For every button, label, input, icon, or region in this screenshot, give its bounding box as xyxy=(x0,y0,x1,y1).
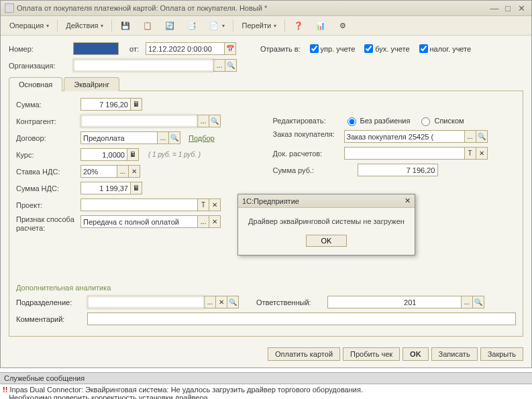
sum-field[interactable]: 7 196,20 xyxy=(81,98,131,111)
contract-label: Договор: xyxy=(16,134,76,142)
podbor-link[interactable]: Подбор xyxy=(189,134,215,142)
vat-sum-calc-button[interactable]: 🖩 xyxy=(130,182,142,194)
vat-rate-clear-button[interactable]: ✕ xyxy=(128,165,140,178)
dept-search-button[interactable]: 🔍 xyxy=(227,296,239,308)
titlebar: Оплата от покупателя платежной картой: О… xyxy=(1,1,531,16)
project-type-button[interactable]: T xyxy=(197,198,209,211)
message-line-1: !! Inpas Dual Connector: Эквайринговая с… xyxy=(3,386,529,394)
rate-note: ( 1 руб. = 1 руб. ) xyxy=(148,151,201,158)
tab-acquiring[interactable]: Эквайринг xyxy=(64,77,119,91)
vat-sum-field[interactable]: 1 199,37 xyxy=(81,182,131,194)
content-area: Номер: от: 12.12.2022 0:00:00 📅 Отразить… xyxy=(1,36,531,343)
vat-sum-label: Сумма НДС: xyxy=(16,184,76,192)
rate-calc-button[interactable]: 🖩 xyxy=(127,148,139,161)
resp-label: Ответственный: xyxy=(256,298,323,306)
maximize-button[interactable]: □ xyxy=(502,3,514,13)
settings-icon: ⚙ xyxy=(337,20,348,31)
chk-acc[interactable]: бух. учете xyxy=(364,44,409,53)
project-clear-button[interactable]: ✕ xyxy=(209,198,221,211)
pay-card-button[interactable]: Оплатить картой xyxy=(268,347,340,361)
date-field[interactable]: 12.12.2022 0:00:00 xyxy=(146,42,225,55)
goto-menu[interactable]: Перейти xyxy=(237,19,281,32)
dept-select-button[interactable]: ... xyxy=(204,296,216,308)
project-field[interactable] xyxy=(81,198,198,211)
order-search-button[interactable]: 🔍 xyxy=(476,130,488,143)
doc-type-button[interactable]: T xyxy=(464,147,476,160)
contragent-search-button[interactable]: 🔍 xyxy=(209,115,221,127)
close-button[interactable]: ✕ xyxy=(515,3,527,13)
operation-menu[interactable]: Операция xyxy=(5,19,54,32)
doc-label: Док. расчетов: xyxy=(273,150,340,158)
tb-icon-3[interactable]: 🔄 xyxy=(160,18,180,33)
close-form-button[interactable]: Закрыть xyxy=(480,347,523,361)
order-select-button[interactable]: ... xyxy=(464,130,476,143)
doc-clear-button[interactable]: ✕ xyxy=(476,147,488,160)
analytics-title: Дополнительная аналитика xyxy=(16,284,516,292)
from-label: от: xyxy=(129,45,139,53)
tb-icon-5[interactable]: 📄 xyxy=(204,18,229,33)
chk-tax[interactable]: налог. учете xyxy=(419,44,472,53)
vat-rate-field[interactable]: 20% xyxy=(81,165,117,178)
date-picker-button[interactable]: 📅 xyxy=(224,42,236,55)
structure-icon: 📑 xyxy=(187,20,197,31)
tb-icon-1[interactable]: 💾 xyxy=(115,18,136,33)
number-label: Номер: xyxy=(9,45,69,53)
doc-icon: 📋 xyxy=(142,20,153,31)
minimize-button[interactable]: — xyxy=(488,3,500,13)
tb-icon-4[interactable]: 📑 xyxy=(182,18,202,33)
receipt-button[interactable]: Пробить чек xyxy=(343,347,400,361)
toolbar: Операция Действия 💾 📋 🔄 📑 📄 Перейти ❓ 📊 … xyxy=(1,16,531,36)
reflect-label: Отразить в: xyxy=(260,45,301,53)
dialog-title: 1С:Предприятие xyxy=(242,197,299,205)
tb-icon-6[interactable]: 📊 xyxy=(311,18,331,33)
resp-select-button[interactable]: ... xyxy=(461,296,473,308)
edit-label: Редактировать: xyxy=(273,117,340,125)
resp-field[interactable]: 201 xyxy=(327,296,462,308)
contract-field[interactable]: Предоплата xyxy=(81,131,158,144)
order-field[interactable]: Заказ покупателя 25425 ( xyxy=(344,130,465,143)
project-label: Проект: xyxy=(16,201,76,209)
sum-rub-field[interactable]: 7 196,20 xyxy=(358,164,438,176)
contract-search-button[interactable]: 🔍 xyxy=(168,131,180,144)
dialog-ok-button[interactable]: OK xyxy=(306,235,348,247)
tb-icon-2[interactable]: 📋 xyxy=(138,18,158,33)
sum-calc-button[interactable]: 🖩 xyxy=(130,98,142,111)
save-button[interactable]: Записать xyxy=(431,347,478,361)
sign-clear-button[interactable]: ✕ xyxy=(209,215,221,228)
tabs: Основная Эквайринг xyxy=(9,77,523,91)
ok-button[interactable]: OK xyxy=(403,347,429,361)
help-icon: ❓ xyxy=(293,20,304,31)
comment-label: Комментарий: xyxy=(16,315,83,323)
resp-search-button[interactable]: 🔍 xyxy=(472,296,484,308)
actions-menu[interactable]: Действия xyxy=(61,19,108,32)
org-search-button[interactable]: 🔍 xyxy=(225,59,237,72)
contragent-select-button[interactable]: ... xyxy=(197,115,209,127)
messages-header: Служебные сообщения xyxy=(0,372,532,384)
dept-clear-button[interactable]: ✕ xyxy=(215,296,227,308)
main-window: Оплата от покупателя платежной картой: О… xyxy=(0,0,532,368)
org-field[interactable] xyxy=(73,59,214,72)
tb-help[interactable]: ❓ xyxy=(288,18,309,33)
rate-field[interactable]: 1,0000 xyxy=(81,148,127,161)
dialog-text: Драйвер эквайринговой системы не загруже… xyxy=(238,208,415,235)
dept-field[interactable] xyxy=(87,296,205,308)
contragent-label: Контрагент: xyxy=(16,117,76,125)
contragent-field[interactable] xyxy=(81,115,198,127)
sign-field[interactable]: Передача с полной оплатой xyxy=(81,215,198,228)
chk-mgmt[interactable]: упр. учете xyxy=(310,44,356,53)
contract-select-button[interactable]: ... xyxy=(157,131,169,144)
doc-field[interactable] xyxy=(344,147,465,160)
vat-rate-select-button[interactable]: ... xyxy=(117,165,129,178)
dialog-close-button[interactable]: ✕ xyxy=(405,196,411,205)
tab-main[interactable]: Основная xyxy=(9,77,62,91)
vat-rate-label: Ставка НДС: xyxy=(16,168,76,176)
radio-list[interactable]: Списком xyxy=(418,115,464,126)
message-line-2: Необходимо проверить корректность устано… xyxy=(3,394,529,399)
sign-select-button[interactable]: ... xyxy=(197,215,209,228)
order-label: Заказ покупателя: xyxy=(273,130,340,139)
tb-icon-7[interactable]: ⚙ xyxy=(333,18,353,33)
radio-no-split[interactable]: Без разбиения xyxy=(344,115,411,126)
org-select-button[interactable]: ... xyxy=(213,59,225,72)
comment-field[interactable] xyxy=(87,312,516,325)
number-field[interactable] xyxy=(73,42,119,55)
